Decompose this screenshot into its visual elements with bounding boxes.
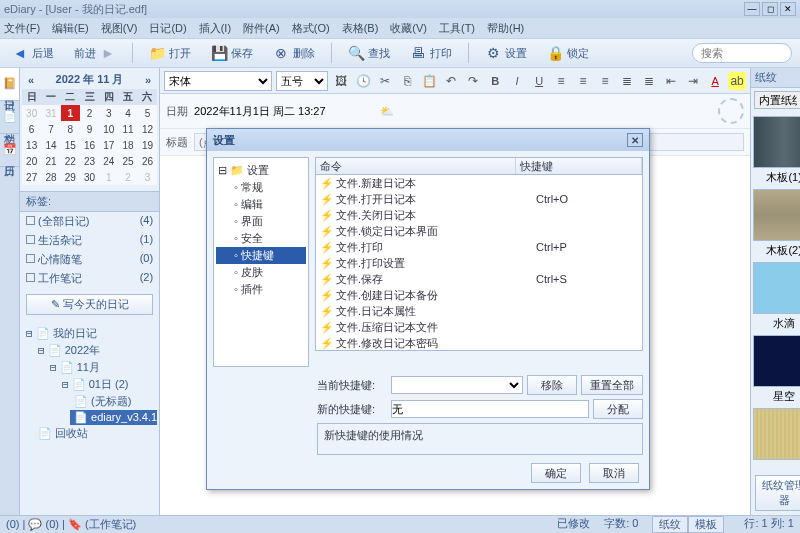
cal-day[interactable]: 23 (80, 153, 99, 169)
cal-day[interactable]: 5 (138, 105, 157, 121)
assign-button[interactable]: 分配 (593, 399, 643, 419)
tree-node[interactable]: 📄 ediary_v3.4.1 (70, 410, 157, 425)
menu-item[interactable]: 文件(F) (4, 21, 40, 36)
shortcut-row[interactable]: ⚡文件.锁定日记本界面 (316, 223, 642, 239)
forward-button[interactable]: 前进► (70, 43, 120, 63)
cal-day[interactable]: 18 (118, 137, 137, 153)
cal-day[interactable]: 2 (80, 105, 99, 121)
cal-day[interactable]: 30 (80, 169, 99, 185)
shortcut-row[interactable]: ⚡文件.日记本属性 (316, 303, 642, 319)
insert-time-icon[interactable]: 🕓 (354, 72, 372, 90)
cal-day[interactable]: 3 (138, 169, 157, 185)
settings-tree-item[interactable]: ◦ 快捷键 (216, 247, 306, 264)
tree-node[interactable]: ⊟ 📄 我的日记 (22, 325, 157, 342)
lock-button[interactable]: 🔒锁定 (543, 43, 593, 63)
italic-icon[interactable]: I (508, 72, 526, 90)
find-button[interactable]: 🔍查找 (344, 43, 394, 63)
shortcut-row[interactable]: ⚡文件.修改日记本密码 (316, 335, 642, 351)
tree-node[interactable]: ⊟ 📄 11月 (46, 359, 157, 376)
texture-swatch[interactable]: 水滴 (751, 262, 800, 331)
cal-day[interactable]: 11 (118, 121, 137, 137)
outdent-icon[interactable]: ⇤ (662, 72, 680, 90)
cal-day[interactable]: 25 (118, 153, 137, 169)
copy-icon[interactable]: ⎘ (398, 72, 416, 90)
tree-node[interactable]: 📄 (无标题) (70, 393, 157, 410)
shortcut-row[interactable]: ⚡文件.打印Ctrl+P (316, 239, 642, 255)
cal-day[interactable]: 24 (99, 153, 118, 169)
cal-next[interactable]: » (145, 74, 151, 86)
texture-swatch[interactable]: 木板(2) (751, 189, 800, 258)
undo-icon[interactable]: ↶ (442, 72, 460, 90)
font-select[interactable]: 宋体 (164, 71, 272, 91)
cal-day[interactable]: 22 (61, 153, 80, 169)
cal-day[interactable]: 28 (41, 169, 60, 185)
settings-tree-item[interactable]: ◦ 编辑 (216, 196, 306, 213)
settings-tree-item[interactable]: ◦ 插件 (216, 281, 306, 298)
cal-day[interactable]: 15 (61, 137, 80, 153)
cal-day[interactable]: 16 (80, 137, 99, 153)
weather-icon[interactable]: ⛅ (380, 105, 394, 118)
tag-item[interactable]: 生活杂记(1) (20, 231, 159, 250)
shortcut-row[interactable]: ⚡文件.打开日记本Ctrl+O (316, 191, 642, 207)
remove-button[interactable]: 移除 (527, 375, 577, 395)
cal-day[interactable]: 19 (138, 137, 157, 153)
tree-node[interactable]: ⊟ 📄 2022年 (34, 342, 157, 359)
tag-item[interactable]: (全部日记)(4) (20, 212, 159, 231)
menu-item[interactable]: 工具(T) (439, 21, 475, 36)
shortcut-row[interactable]: ⚡文件.新建日记本 (316, 175, 642, 191)
cal-day[interactable]: 1 (99, 169, 118, 185)
menu-item[interactable]: 附件(A) (243, 21, 280, 36)
shortcut-row[interactable]: ⚡文件.压缩日记本文件 (316, 319, 642, 335)
cal-day[interactable]: 12 (138, 121, 157, 137)
settings-tree[interactable]: ⊟ 📁 设置◦ 常规◦ 编辑◦ 界面◦ 安全◦ 快捷键◦ 皮肤◦ 插件 (213, 157, 309, 367)
insert-image-icon[interactable]: 🖼 (332, 72, 350, 90)
minimize-button[interactable]: — (744, 2, 760, 16)
cal-day[interactable]: 3 (99, 105, 118, 121)
texture-manager-button[interactable]: 纸纹管理器 (755, 475, 800, 511)
texture-select[interactable]: 内置纸纹 (754, 91, 800, 109)
tree-node[interactable]: ⊟ 📄 01日 (2) (58, 376, 157, 393)
settings-tree-item[interactable]: ◦ 常规 (216, 179, 306, 196)
cal-day[interactable]: 31 (41, 105, 60, 121)
underline-icon[interactable]: U (530, 72, 548, 90)
align-left-icon[interactable]: ≡ (552, 72, 570, 90)
lefttab-docs[interactable]: 📄 文档 (0, 101, 19, 134)
shortcut-row[interactable]: ⚡文件.打印设置 (316, 255, 642, 271)
bold-icon[interactable]: B (486, 72, 504, 90)
texture-swatch[interactable] (751, 408, 800, 460)
tag-item[interactable]: 心情随笔(0) (20, 250, 159, 269)
texture-swatch[interactable]: 木板(1) (751, 116, 800, 185)
cancel-button[interactable]: 取消 (589, 463, 639, 483)
open-button[interactable]: 📁打开 (145, 43, 195, 63)
menu-item[interactable]: 收藏(V) (390, 21, 427, 36)
back-button[interactable]: ◄后退 (8, 43, 58, 63)
tag-item[interactable]: 工作笔记(2) (20, 269, 159, 288)
calendar-grid[interactable]: 日一二三四五六303112345678910111213141516171819… (22, 89, 157, 185)
menu-item[interactable]: 格式(O) (292, 21, 330, 36)
stattab-texture[interactable]: 纸纹 (652, 516, 688, 533)
menu-item[interactable]: 表格(B) (342, 21, 379, 36)
settings-button[interactable]: ⚙设置 (481, 43, 531, 63)
cal-day[interactable]: 1 (61, 105, 80, 121)
stattab-template[interactable]: 模板 (688, 516, 724, 533)
maximize-button[interactable]: ◻ (762, 2, 778, 16)
cal-day[interactable]: 7 (41, 121, 60, 137)
cal-day[interactable]: 8 (61, 121, 80, 137)
paste-icon[interactable]: 📋 (420, 72, 438, 90)
delete-button[interactable]: ⊗删除 (269, 43, 319, 63)
settings-tree-root[interactable]: ⊟ 📁 设置 (216, 162, 306, 179)
cal-day[interactable]: 29 (61, 169, 80, 185)
settings-tree-item[interactable]: ◦ 安全 (216, 230, 306, 247)
indent-icon[interactable]: ⇥ (684, 72, 702, 90)
cal-day[interactable]: 26 (138, 153, 157, 169)
shortcut-row[interactable]: ⚡文件.创建日记本备份 (316, 287, 642, 303)
cal-prev[interactable]: « (28, 74, 34, 86)
cal-day[interactable]: 21 (41, 153, 60, 169)
shortcut-row[interactable]: ⚡文件.保存Ctrl+S (316, 271, 642, 287)
ok-button[interactable]: 确定 (531, 463, 581, 483)
save-button[interactable]: 💾保存 (207, 43, 257, 63)
cal-day[interactable]: 10 (99, 121, 118, 137)
cal-day[interactable]: 6 (22, 121, 41, 137)
cal-day[interactable]: 9 (80, 121, 99, 137)
cal-day[interactable]: 17 (99, 137, 118, 153)
